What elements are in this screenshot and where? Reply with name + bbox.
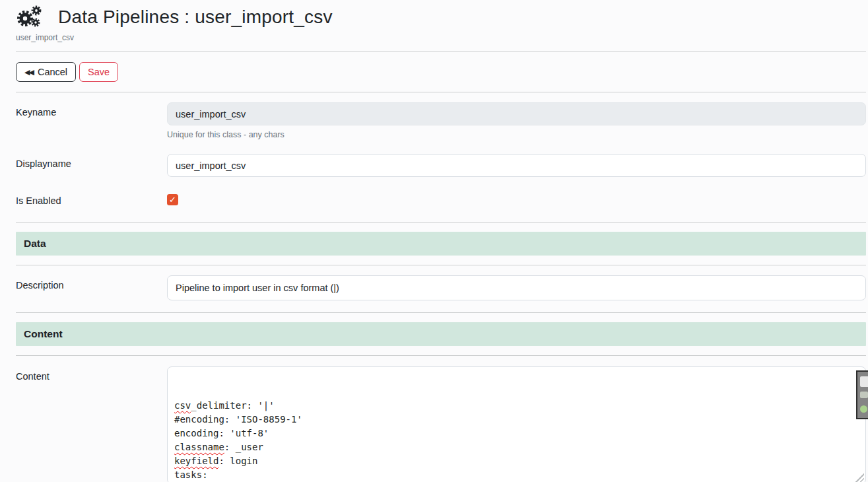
- edge-widget-glyph: [860, 376, 868, 387]
- page-header: Data Pipelines : user_import_csv: [16, 0, 866, 29]
- rewind-icon: ◀◀: [24, 69, 33, 76]
- content-label: Content: [16, 366, 167, 382]
- toolbar: ◀◀ Cancel Save: [16, 62, 866, 82]
- divider: [16, 355, 866, 356]
- content-code-lines: csv_delimiter: '|'#encoding: 'ISO-8859-1…: [174, 399, 859, 482]
- keyname-input[interactable]: [167, 102, 866, 125]
- gears-icon: [16, 5, 42, 29]
- cancel-button[interactable]: ◀◀ Cancel: [16, 62, 76, 82]
- section-header-data: Data: [16, 232, 866, 256]
- edge-clipped-widget[interactable]: [856, 370, 868, 419]
- divider: [16, 222, 866, 223]
- is-enabled-label: Is Enabled: [16, 195, 167, 206]
- toolbar-divider: [16, 92, 866, 92]
- keyname-row: Keyname Unique for this class - any char…: [16, 102, 866, 139]
- displayname-row: Displayname: [16, 154, 866, 177]
- section-header-content: Content: [16, 322, 866, 346]
- content-row: Content csv_delimiter: '|'#encoding: 'IS…: [16, 366, 866, 482]
- page: Data Pipelines : user_import_csv user_im…: [0, 0, 868, 482]
- description-input[interactable]: [167, 275, 866, 300]
- is-enabled-checkbox[interactable]: [167, 194, 178, 205]
- save-button[interactable]: Save: [79, 62, 118, 82]
- divider: [16, 265, 866, 265]
- description-row: Description: [16, 275, 866, 300]
- edge-widget-green-dot: [860, 405, 867, 413]
- description-label: Description: [16, 275, 167, 291]
- edge-widget-glyph: [860, 392, 868, 398]
- cancel-button-label: Cancel: [38, 67, 67, 77]
- page-subtitle: user_import_csv: [16, 33, 866, 42]
- keyname-label: Keyname: [16, 102, 167, 118]
- keyname-help-text: Unique for this class - any chars: [167, 130, 866, 139]
- displayname-label: Displayname: [16, 154, 167, 169]
- header-divider: [16, 52, 866, 52]
- content-textarea[interactable]: csv_delimiter: '|'#encoding: 'ISO-8859-1…: [167, 366, 866, 482]
- is-enabled-row: Is Enabled: [16, 194, 866, 207]
- displayname-input[interactable]: [167, 154, 866, 177]
- page-title: Data Pipelines : user_import_csv: [58, 7, 333, 28]
- divider: [16, 312, 866, 313]
- save-button-label: Save: [88, 67, 110, 77]
